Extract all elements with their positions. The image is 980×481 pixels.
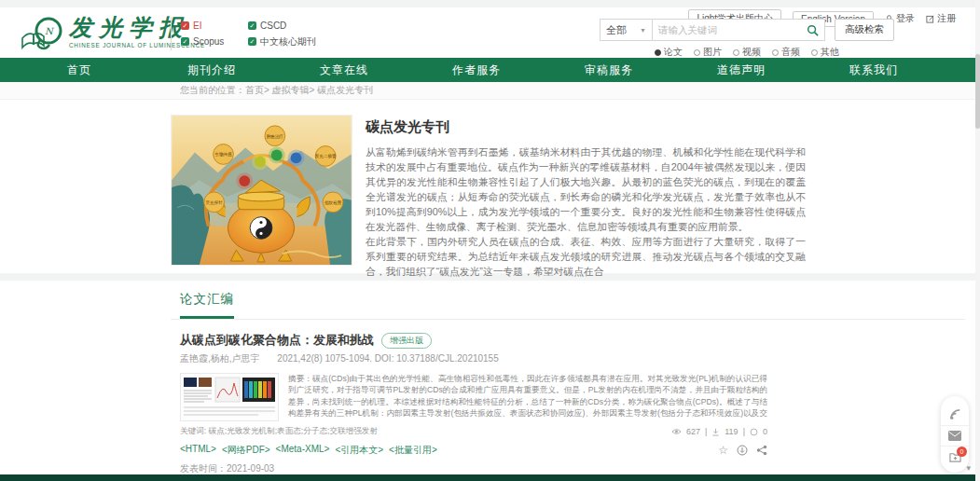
badge-ei[interactable]: ✓EI <box>181 18 235 34</box>
radio-video[interactable]: 视频 <box>733 46 761 59</box>
nav-home[interactable]: 首页 <box>13 58 145 82</box>
nav-journal-intro[interactable]: 期刊介绍 <box>145 58 278 82</box>
link-meta-xml[interactable]: <Meta-XML> <box>276 444 330 457</box>
enhanced-publication-badge: 增强出版 <box>381 333 432 349</box>
nav-author-services[interactable]: 作者服务 <box>410 58 543 82</box>
special-issue-text: 碳点发光专刊 从富勒烯到碳纳米管再到石墨烯，碳基纳米材料由于其优越的物理、机械和… <box>366 118 806 304</box>
article-stats: 627 | 119 | 0 <box>671 427 767 436</box>
comments-count: 0 <box>763 427 767 436</box>
radio-dot-icon <box>772 49 779 56</box>
illustration-label-biosensing: 生物传感 <box>214 151 232 158</box>
radio-audio[interactable]: 音频 <box>772 46 800 59</box>
link-batch-cite[interactable]: <批量引用> <box>389 444 437 457</box>
radio-dot-icon <box>694 49 700 56</box>
link-web-pdf[interactable]: <网络PDF> <box>222 444 270 457</box>
header-divider <box>171 17 172 50</box>
svg-text:N: N <box>45 26 55 36</box>
collection-count-badge: 0 <box>957 447 967 457</box>
link-html[interactable]: <HTML> <box>180 444 216 457</box>
breadcrumb: 您当前的位置： 首页> 虚拟专辑> 碳点发光专刊 <box>0 82 980 100</box>
search-type-radios: 论文 图片 视频 音频 其他 <box>600 46 894 59</box>
radio-dot-icon <box>733 49 739 56</box>
article-pub-info: 2021,42(8) 1075-1094. DOI: 10.37188/CJL.… <box>277 353 498 364</box>
special-issue-title: 碳点发光专刊 <box>366 118 806 136</box>
collection-button[interactable]: 0 <box>941 446 969 467</box>
rss-button[interactable] <box>941 404 969 425</box>
article-keywords: 关键词: 碳点;光致发光机制;表面态;分子态;交联增强发射 <box>180 426 378 437</box>
illustration-label-led: 发光二极管 <box>315 153 337 159</box>
badge-scopus[interactable]: ✓Scopus <box>181 34 235 49</box>
article-links: <HTML> <网络PDF> <Meta-XML> <引用本文> <批量引用> <box>180 444 437 457</box>
radio-image[interactable]: 图片 <box>694 46 722 59</box>
radio-other[interactable]: 其他 <box>811 46 839 59</box>
article-thumbnail[interactable] <box>180 373 279 421</box>
email-button[interactable] <box>941 425 969 446</box>
collapse-arrow-icon[interactable]: ▾ <box>966 463 971 473</box>
search-category-select[interactable]: 全部▼ <box>600 19 652 41</box>
nav-review-services[interactable]: 审稿服务 <box>543 58 675 82</box>
radio-dot-icon <box>811 49 818 56</box>
special-issue-paragraph-2: 在此背景下，国内外研究人员在碳点的合成、表征、构效、应用等方面进行了大量研究，取… <box>366 234 806 279</box>
search-icon[interactable] <box>807 24 819 36</box>
illustration-label-fingerprint: 指纹检测 <box>324 199 342 206</box>
special-issue-cover-image: 肿瘤治疗 生物传感 发光二极管 荧光探针 指纹检测 <box>171 115 352 266</box>
checkbox-green-icon: ✓ <box>181 37 189 46</box>
article-item: 从碳点到碳化聚合物点：发展和挑战 增强出版 孟艳霞,杨柏,卢思宇 2021,42… <box>180 332 767 475</box>
footer-top-strip <box>0 474 980 481</box>
floating-toolbar: 0 <box>941 396 969 473</box>
illustration-label-tumor-therapy: 肿瘤治疗 <box>267 133 284 140</box>
checkbox-green-icon: ✓ <box>248 37 256 46</box>
breadcrumb-path[interactable]: 首页> 虚拟专辑> 碳点发光专刊 <box>245 84 373 97</box>
journal-homepage: Light学术出版中心 English Version 登录 注册 N 发光学报 <box>0 0 980 481</box>
article-title[interactable]: 从碳点到碳化聚合物点：发展和挑战 <box>180 332 374 349</box>
header: Light学术出版中心 English Version 登录 注册 N 发光学报 <box>0 7 980 58</box>
views-count: 627 <box>686 427 700 436</box>
article-actions: ☆ <box>718 445 767 456</box>
section-tabs: 论文汇编 <box>171 290 965 320</box>
register-link[interactable]: 注册 <box>926 12 956 25</box>
nav-articles-online[interactable]: 文章在线 <box>278 58 410 82</box>
page-scrollbar <box>975 0 980 481</box>
search-input[interactable] <box>658 24 807 35</box>
mail-icon <box>948 431 961 441</box>
breadcrumb-label: 您当前的位置： <box>180 84 245 97</box>
main-nav: 首页 期刊介绍 文章在线 作者服务 审稿服务 道德声明 联系我们 <box>0 58 980 82</box>
article-publish-date: 发表时间：2021-09-03 <box>180 462 767 475</box>
advanced-search-button[interactable]: 高级检索 <box>835 19 894 41</box>
download-circle-icon[interactable] <box>737 445 748 456</box>
badge-core-journal[interactable]: ✓中文核心期刊 <box>248 34 316 49</box>
favorite-star-icon[interactable]: ☆ <box>718 445 728 456</box>
journal-logo-icon: N <box>19 14 65 57</box>
article-authors[interactable]: 孟艳霞,杨柏,卢思宇 <box>180 353 260 364</box>
illustration-label-fluorescent-probe: 荧光探针 <box>206 199 224 206</box>
nav-contact-us[interactable]: 联系我们 <box>807 58 940 82</box>
checkbox-red-icon: ✓ <box>181 21 189 30</box>
share-icon[interactable] <box>756 445 767 456</box>
checkbox-green-icon: ✓ <box>248 21 256 30</box>
index-badges: ✓EI ✓CSCD ✓Scopus ✓中文核心期刊 <box>181 18 316 49</box>
search-box <box>652 19 825 41</box>
paper-compilation-section: 论文汇编 从碳点到碳化聚合物点：发展和挑战 增强出版 孟艳霞,杨柏,卢思宇 20… <box>0 281 980 481</box>
tab-paper-compilation[interactable]: 论文汇编 <box>180 291 234 319</box>
downloads-icon <box>711 428 720 436</box>
article-abstract: 摘要：碳点(CDs)由于其出色的光学性能、高生物相容性和低毒性，因此在许多领域都… <box>288 373 767 419</box>
link-cite-this[interactable]: <引用本文> <box>335 444 383 457</box>
radio-paper[interactable]: 论文 <box>655 46 683 59</box>
chevron-down-icon: ▼ <box>640 27 646 34</box>
scrollbar-thumb[interactable] <box>975 54 980 129</box>
radio-dot-icon <box>655 49 661 56</box>
article-meta: 孟艳霞,杨柏,卢思宇 2021,42(8) 1075-1094. DOI: 10… <box>180 352 767 365</box>
register-icon <box>926 15 934 23</box>
nav-ethics-statement[interactable]: 道德声明 <box>675 58 807 82</box>
special-issue-hero: 肿瘤治疗 生物传感 发光二极管 荧光探针 指纹检测 碳点发光专刊 从富勒烯到碳纳… <box>0 100 980 273</box>
rss-icon <box>949 408 961 420</box>
special-issue-paragraph-1: 从富勒烯到碳纳米管再到石墨烯，碳基纳米材料由于其优越的物理、机械和化学性能在现代… <box>366 144 806 234</box>
badge-cscd[interactable]: ✓CSCD <box>248 18 316 34</box>
comments-icon <box>750 428 758 436</box>
search-zone: 全部▼ 高级检索 论文 图片 视频 音频 其他 <box>600 19 894 59</box>
downloads-count: 119 <box>725 427 738 436</box>
views-icon <box>671 428 682 435</box>
